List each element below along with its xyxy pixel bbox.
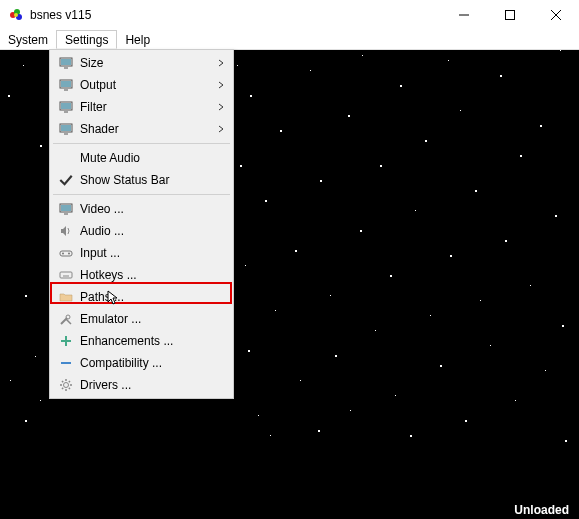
star xyxy=(390,275,392,277)
gear-icon xyxy=(56,377,76,393)
star xyxy=(318,430,320,432)
star xyxy=(248,350,250,352)
menu-label: Video ... xyxy=(80,202,211,216)
window-controls xyxy=(441,0,579,30)
menu-label: Emulator ... xyxy=(80,312,211,326)
star xyxy=(375,330,376,331)
menu-show-status-bar[interactable]: Show Status Bar xyxy=(52,169,231,191)
star xyxy=(350,410,351,411)
star xyxy=(265,200,267,202)
svg-line-42 xyxy=(69,388,70,389)
star xyxy=(400,85,402,87)
menu-filter[interactable]: Filter xyxy=(52,96,231,118)
menu-emulator[interactable]: Emulator ... xyxy=(52,308,231,330)
svg-rect-12 xyxy=(61,81,71,87)
star xyxy=(310,70,311,71)
star xyxy=(565,440,567,442)
menu-hotkeys[interactable]: Hotkeys ... xyxy=(52,264,231,286)
svg-rect-5 xyxy=(506,11,515,20)
star xyxy=(450,255,452,257)
svg-line-44 xyxy=(69,381,70,382)
menu-enhancements[interactable]: Enhancements ... xyxy=(52,330,231,352)
chevron-right-icon xyxy=(217,59,225,67)
star xyxy=(460,110,461,111)
svg-rect-23 xyxy=(60,251,72,256)
star xyxy=(520,155,522,157)
star xyxy=(295,250,297,252)
star xyxy=(8,95,10,97)
menu-mute-audio[interactable]: Mute Audio xyxy=(52,147,231,169)
folder-icon xyxy=(56,289,76,305)
star xyxy=(348,115,350,117)
star xyxy=(40,400,41,401)
star xyxy=(245,265,246,266)
menu-settings[interactable]: Settings xyxy=(56,30,117,49)
menu-label: Compatibility ... xyxy=(80,356,211,370)
menu-help[interactable]: Help xyxy=(117,30,158,49)
star xyxy=(475,190,477,192)
star xyxy=(335,355,337,357)
menu-label: Paths ... xyxy=(80,290,211,304)
menu-output[interactable]: Output xyxy=(52,74,231,96)
status-text: Unloaded xyxy=(514,503,569,517)
menu-audio[interactable]: Audio ... xyxy=(52,220,231,242)
star xyxy=(425,140,427,142)
star xyxy=(237,65,238,66)
separator xyxy=(53,194,230,195)
svg-rect-9 xyxy=(61,59,71,65)
monitor-icon xyxy=(56,121,76,137)
chevron-right-icon xyxy=(217,125,225,133)
star xyxy=(480,300,481,301)
menu-drivers[interactable]: Drivers ... xyxy=(52,374,231,396)
star xyxy=(40,145,42,147)
settings-dropdown: Size Output Filter Shader Mute Audio Sho… xyxy=(49,49,234,399)
svg-line-32 xyxy=(66,319,71,324)
menu-label: Shader xyxy=(80,122,211,136)
star xyxy=(25,420,27,422)
star xyxy=(280,130,282,132)
star xyxy=(250,95,252,97)
gamepad-icon xyxy=(56,245,76,261)
title-bar: bsnes v115 xyxy=(0,0,579,30)
star xyxy=(555,215,557,217)
star xyxy=(330,295,331,296)
svg-rect-26 xyxy=(60,272,72,278)
separator xyxy=(53,143,230,144)
menu-video[interactable]: Video ... xyxy=(52,198,231,220)
svg-point-24 xyxy=(62,253,64,255)
check-icon xyxy=(56,170,76,190)
minus-icon xyxy=(56,355,76,371)
maximize-button[interactable] xyxy=(487,0,533,30)
star xyxy=(540,125,542,127)
menu-bar: System Settings Help xyxy=(0,30,579,50)
star xyxy=(465,420,467,422)
menu-shader[interactable]: Shader xyxy=(52,118,231,140)
plus-icon xyxy=(56,333,76,349)
svg-point-25 xyxy=(68,253,70,255)
menu-system[interactable]: System xyxy=(0,30,56,49)
menu-label: Output xyxy=(80,78,211,92)
star xyxy=(448,60,449,61)
star xyxy=(440,365,442,367)
monitor-icon xyxy=(56,55,76,71)
minimize-button[interactable] xyxy=(441,0,487,30)
menu-label: Filter xyxy=(80,100,211,114)
star xyxy=(362,55,363,56)
keyboard-icon xyxy=(56,267,76,283)
svg-point-36 xyxy=(64,383,69,388)
star xyxy=(35,356,36,357)
menu-label: Hotkeys ... xyxy=(80,268,211,282)
star xyxy=(270,435,271,436)
menu-compatibility[interactable]: Compatibility ... xyxy=(52,352,231,374)
star xyxy=(415,210,416,211)
menu-paths[interactable]: Paths ... xyxy=(52,286,231,308)
menu-size[interactable]: Size xyxy=(52,52,231,74)
star xyxy=(10,380,11,381)
svg-rect-21 xyxy=(61,205,71,211)
svg-line-41 xyxy=(62,381,63,382)
close-button[interactable] xyxy=(533,0,579,30)
svg-rect-15 xyxy=(61,103,71,109)
star xyxy=(320,180,322,182)
menu-input[interactable]: Input ... xyxy=(52,242,231,264)
menu-label: Input ... xyxy=(80,246,211,260)
